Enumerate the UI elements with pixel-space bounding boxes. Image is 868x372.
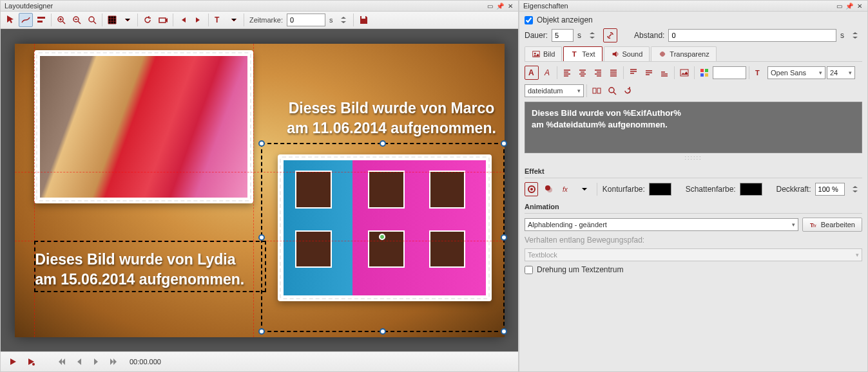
tab-sound[interactable]: Sound (604, 46, 650, 61)
keyframe-prev-icon[interactable] (176, 13, 190, 27)
tab-transparenz[interactable]: Transparenz (651, 46, 716, 61)
window-min-icon[interactable]: ▭ (486, 2, 494, 10)
valign-bottom-icon[interactable] (657, 66, 671, 80)
insert-var-icon[interactable] (590, 84, 604, 98)
italic-icon[interactable]: A (540, 66, 554, 80)
link-icon[interactable] (603, 28, 617, 42)
tab-bild[interactable]: Bild (525, 46, 562, 61)
kontur-label: Konturfarbe: (603, 185, 645, 194)
grid-menu-icon[interactable] (121, 13, 135, 27)
keyframe-next-icon[interactable] (191, 13, 206, 27)
valign-middle-icon[interactable] (642, 66, 656, 80)
section-animation: Animation (525, 200, 862, 214)
play-icon[interactable] (6, 355, 20, 369)
stepper-icon[interactable] (585, 28, 599, 42)
zeitmarke-input[interactable] (287, 14, 325, 26)
path-tool-icon[interactable] (19, 13, 33, 27)
abstand-unit: s (840, 31, 844, 40)
effect-none-icon[interactable] (525, 182, 538, 196)
canvas-area[interactable]: Dieses Bild wurde von Marco am 11.06.201… (1, 29, 518, 351)
svg-text:A: A (544, 68, 550, 77)
svg-point-4 (89, 17, 94, 22)
save-icon[interactable] (356, 13, 371, 27)
effect-shadow-icon[interactable] (542, 182, 555, 196)
deckkraft-input[interactable] (815, 183, 845, 196)
property-tabs: Bild TText Sound Transparenz (525, 46, 862, 62)
window-min-icon[interactable]: ▭ (835, 2, 843, 10)
svg-text:fx: fx (563, 186, 568, 193)
prev-frame-icon[interactable] (72, 355, 86, 369)
kontur-color[interactable] (649, 183, 671, 196)
abstand-label: Abstand: (634, 31, 664, 40)
resize-grip[interactable]: :::::: (525, 154, 862, 161)
variable-select[interactable]: dateidatum (525, 84, 584, 97)
bearbeiten-button[interactable]: Tfx Bearbeiten (802, 218, 862, 232)
dropdown-icon[interactable] (227, 13, 241, 27)
rotate-left-icon[interactable] (140, 13, 155, 27)
show-object-label: Objekt anzeigen (537, 15, 593, 24)
schatten-color[interactable] (740, 183, 762, 196)
first-frame-icon[interactable] (53, 355, 68, 369)
stepper-icon[interactable] (848, 28, 862, 42)
animation-select[interactable]: Alphablending - geändert (525, 218, 798, 231)
camera-icon[interactable] (156, 13, 170, 27)
align-justify-icon[interactable] (606, 66, 621, 80)
refresh-icon[interactable] (621, 84, 635, 98)
stepper-icon[interactable] (849, 182, 862, 196)
deckkraft-label: Deckkraft: (776, 185, 811, 194)
play-from-icon[interactable] (24, 355, 38, 369)
grid-icon[interactable] (105, 13, 119, 27)
window-close-icon[interactable]: ✕ (856, 2, 863, 10)
align-tool-icon[interactable] (34, 13, 48, 27)
canvas-text-1[interactable]: Dieses Bild wurde von Marco am 11.06.201… (282, 98, 501, 138)
svg-text:A: A (528, 68, 534, 77)
dropdown-icon[interactable] (577, 182, 591, 196)
zoom-in-icon[interactable] (54, 13, 68, 27)
svg-rect-14 (700, 69, 704, 72)
color-picker-icon[interactable] (697, 66, 711, 80)
show-object-checkbox[interactable] (525, 16, 533, 24)
font-select[interactable]: Open Sans (767, 66, 825, 79)
pfad-label: Verhalten entlang Bewegungspfad: (525, 236, 644, 245)
dauer-input[interactable] (552, 29, 574, 42)
zeitmarke-label: Zeitmarke: (247, 16, 285, 24)
align-center-icon[interactable] (575, 66, 590, 80)
abstand-input[interactable] (668, 29, 836, 42)
svg-point-23 (530, 188, 533, 191)
text-edit-icon[interactable]: T (211, 13, 226, 27)
zoom-icon[interactable] (605, 84, 619, 98)
valign-top-icon[interactable] (626, 66, 641, 80)
fontsize-select[interactable]: 24 (827, 66, 855, 79)
window-pin-icon[interactable]: 📌 (845, 2, 853, 10)
drehung-checkbox[interactable] (525, 266, 533, 274)
svg-point-21 (609, 88, 614, 93)
last-frame-icon[interactable] (108, 355, 122, 369)
zoom-out-icon[interactable] (70, 13, 84, 27)
text-content-area[interactable]: Dieses Bild wurde von %ExifAuthor% am %d… (525, 102, 862, 153)
svg-text:T: T (215, 15, 220, 24)
selection-main[interactable] (261, 143, 505, 332)
slide-canvas[interactable]: Dieses Bild wurde von Marco am 11.06.201… (15, 44, 505, 337)
bold-icon[interactable]: A (525, 66, 539, 80)
window-pin-icon[interactable]: 📌 (496, 2, 504, 10)
align-right-icon[interactable] (591, 66, 605, 80)
font-icon[interactable]: T (752, 66, 766, 80)
tab-text[interactable]: TText (563, 46, 602, 61)
svg-rect-17 (705, 73, 708, 77)
stepper-icon[interactable] (336, 13, 351, 27)
text-format-toolbar: A A T Open Sans 24 (525, 66, 862, 80)
photo-frame-1[interactable] (34, 50, 253, 203)
pfad-select: Textblock (525, 248, 862, 261)
pointer-tool-icon[interactable] (3, 13, 17, 27)
next-frame-icon[interactable] (90, 355, 104, 369)
designer-toolbar: T Zeitmarke: s (1, 12, 518, 29)
align-left-icon[interactable] (560, 66, 574, 80)
window-close-icon[interactable]: ✕ (506, 2, 514, 10)
zoom-fit-icon[interactable] (85, 13, 99, 27)
selection-text2[interactable] (34, 241, 266, 292)
color-swatch[interactable] (713, 66, 746, 79)
dauer-label: Dauer: (525, 31, 548, 40)
image-insert-icon[interactable] (677, 66, 691, 80)
layout-designer-panel: Layoutdesigner ▭ 📌 ✕ T Zeitmarke: s (0, 0, 519, 372)
effect-fx-icon[interactable]: fx (560, 182, 574, 196)
